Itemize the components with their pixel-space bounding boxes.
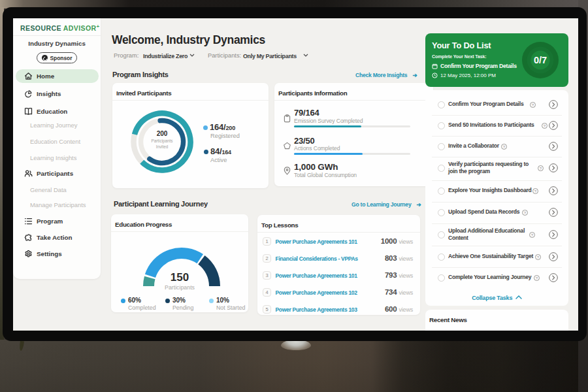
svg-text:?: ? (524, 210, 527, 214)
svg-text:?: ? (503, 144, 506, 148)
svg-text:?: ? (544, 123, 546, 127)
svg-text:?: ? (540, 166, 542, 170)
svg-text:?: ? (534, 189, 537, 193)
svg-text:?: ? (531, 233, 534, 237)
svg-text:?: ? (536, 276, 538, 280)
svg-text:?: ? (537, 255, 540, 259)
svg-text:?: ? (532, 103, 534, 106)
